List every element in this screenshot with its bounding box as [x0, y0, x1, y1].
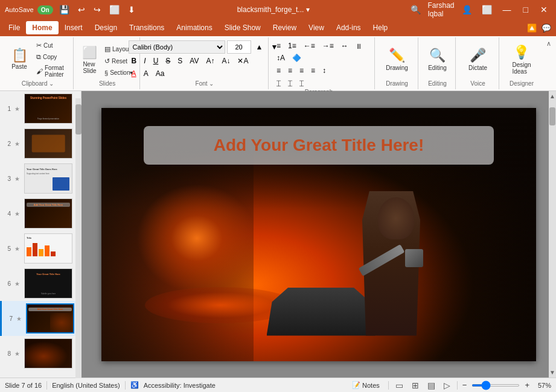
zoom-out-button[interactable]: −: [462, 381, 467, 390]
zoom-level[interactable]: 57%: [534, 382, 551, 389]
slide-preview-4: Add Your Great Title Here: [24, 198, 72, 229]
zoom-in-button[interactable]: +: [525, 381, 529, 390]
slide-thumb-7[interactable]: 7 ★ Add Your Great Title Here: [0, 301, 81, 336]
font-color-button[interactable]: A: [129, 68, 139, 79]
slide-title-box[interactable]: Add Your Great Title Here!: [144, 126, 494, 165]
numbering-button[interactable]: 1≡: [285, 40, 299, 51]
align-bottom-button[interactable]: ⌶: [296, 78, 307, 89]
save-icon[interactable]: 💾: [57, 4, 72, 16]
layout-icon: ▤: [104, 45, 110, 53]
font-case-button[interactable]: Aa: [153, 68, 168, 79]
ribbon-toggle-icon[interactable]: ⬜: [479, 4, 494, 16]
format-painter-button[interactable]: 🖌Format Painter: [34, 63, 69, 79]
slideshow-button[interactable]: ▷: [442, 380, 452, 391]
design-ideas-button[interactable]: 💡 DesignIdeas: [508, 42, 534, 77]
main-area: 1 ★ Stunning PowerPoint Slides Forge the…: [0, 91, 556, 378]
autosave-toggle[interactable]: On: [37, 5, 53, 14]
increase-font-icon[interactable]: ▲: [253, 42, 266, 52]
accessibility-status[interactable]: Accessibility: Investigate: [144, 382, 216, 389]
line-spacing-button[interactable]: ↕: [319, 65, 329, 76]
menu-review[interactable]: Review: [267, 21, 302, 34]
menu-file[interactable]: File: [2, 21, 26, 34]
clear-format-button[interactable]: ✕A: [234, 55, 251, 66]
paste-button[interactable]: 📋 Paste: [6, 46, 33, 72]
text-direction-button[interactable]: ↕A: [273, 52, 288, 63]
normal-view-button[interactable]: ▭: [394, 380, 405, 391]
shadow-button[interactable]: S: [174, 55, 185, 66]
ribbon-collapse-button[interactable]: ∧: [544, 39, 554, 49]
status-divider-1: [46, 381, 47, 390]
user-avatar[interactable]: 👤: [459, 4, 475, 16]
slide-thumb-3[interactable]: 3 ★ Your Great Title Goes Here Supportin…: [0, 161, 81, 196]
dictate-icon: 🎤: [470, 48, 486, 63]
char-spacing-button[interactable]: AV: [187, 55, 202, 66]
dictate-button[interactable]: 🎤 Dictate: [465, 45, 491, 74]
font-name-dropdown[interactable]: Calibri (Body): [129, 40, 225, 54]
align-top-button[interactable]: ⌶: [273, 78, 284, 89]
slide-thumb-5[interactable]: 5 ★ Title: [0, 231, 81, 266]
slide-thumb-8[interactable]: 8 ★: [0, 336, 81, 371]
menu-slideshow[interactable]: Slide Show: [219, 21, 267, 34]
customize-icon[interactable]: ⬇: [126, 4, 138, 16]
italic-button[interactable]: I: [141, 55, 149, 66]
font-size-input[interactable]: [227, 40, 251, 54]
drawing-button[interactable]: ✏️ Drawing: [382, 45, 412, 74]
bold-button[interactable]: B: [129, 55, 140, 66]
undo-icon[interactable]: ↩: [75, 4, 88, 16]
underline-button[interactable]: U: [150, 55, 162, 66]
close-button[interactable]: ✕: [537, 4, 551, 16]
font-size-large-button[interactable]: A↑: [203, 55, 217, 66]
search-icon[interactable]: 🔍: [408, 4, 423, 16]
reading-view-button[interactable]: ▤: [426, 380, 437, 391]
slide-sorter-button[interactable]: ⊞: [410, 380, 421, 391]
columns-button[interactable]: ⫼: [353, 40, 366, 51]
scroll-down-button[interactable]: ▼: [548, 367, 556, 378]
align-right-button[interactable]: ≡: [296, 65, 307, 76]
menu-view[interactable]: View: [302, 21, 330, 34]
presentation-icon[interactable]: ⬜: [107, 4, 122, 16]
slide-thumb-2[interactable]: 2 ★: [0, 126, 81, 161]
scrollbar-thumb[interactable]: [549, 107, 555, 125]
comment-icon[interactable]: 💬: [539, 22, 554, 34]
status-divider-2: [125, 381, 126, 390]
cut-button[interactable]: ✂Cut: [34, 40, 69, 51]
language[interactable]: English (United States): [52, 382, 120, 389]
smart-art-button[interactable]: 🔷: [289, 52, 304, 63]
slide-num-5: 5: [4, 245, 11, 252]
slide-panel-scrollbar[interactable]: [75, 104, 81, 134]
font-size-small-button[interactable]: A↓: [219, 55, 233, 66]
align-left-button[interactable]: ≡: [273, 65, 284, 76]
menu-home[interactable]: Home: [26, 21, 58, 34]
scroll-up-button[interactable]: ▲: [548, 91, 556, 101]
notes-button[interactable]: 📝 Notes: [348, 380, 383, 390]
minimize-button[interactable]: —: [499, 4, 515, 16]
indent-decrease-button[interactable]: ←≡: [301, 40, 318, 51]
menu-design[interactable]: Design: [89, 21, 123, 34]
justify-button[interactable]: ≡: [308, 65, 318, 76]
copy-button[interactable]: ⧉Copy: [34, 52, 69, 62]
strikethrough-button[interactable]: S: [162, 55, 173, 66]
indent-increase-button[interactable]: →≡: [319, 40, 337, 51]
section-icon: §: [104, 69, 108, 77]
menu-addins[interactable]: Add-ins: [330, 21, 367, 34]
maximize-button[interactable]: □: [520, 4, 532, 16]
new-slide-button[interactable]: ⬜ NewSlide: [78, 43, 101, 77]
highlight-button[interactable]: A: [141, 68, 152, 79]
rtl-button[interactable]: ↔: [338, 40, 351, 51]
menu-insert[interactable]: Insert: [59, 21, 89, 34]
slide-thumb-6[interactable]: 6 ★ Your Great Title Here Subtitle goes …: [0, 266, 81, 301]
bullets-button[interactable]: ≡: [273, 40, 284, 51]
menu-help[interactable]: Help: [367, 21, 394, 34]
doc-title-dropdown[interactable]: ▾: [306, 5, 310, 14]
slide-thumb-4[interactable]: 4 ★ Add Your Great Title Here: [0, 196, 81, 231]
slide-thumb-1[interactable]: 1 ★ Stunning PowerPoint Slides Forge the…: [0, 91, 81, 126]
editing-button[interactable]: 🔍 Editing: [424, 45, 450, 74]
menu-animations[interactable]: Animations: [170, 21, 218, 34]
new-slide-icon: ⬜: [82, 45, 97, 60]
redo-icon[interactable]: ↪: [91, 4, 103, 16]
menu-transitions[interactable]: Transitions: [123, 21, 170, 34]
align-center-button[interactable]: ≡: [285, 65, 295, 76]
align-middle-button[interactable]: ⌶: [285, 78, 295, 89]
share-icon[interactable]: 🔼: [525, 22, 539, 34]
zoom-slider[interactable]: [471, 384, 520, 387]
